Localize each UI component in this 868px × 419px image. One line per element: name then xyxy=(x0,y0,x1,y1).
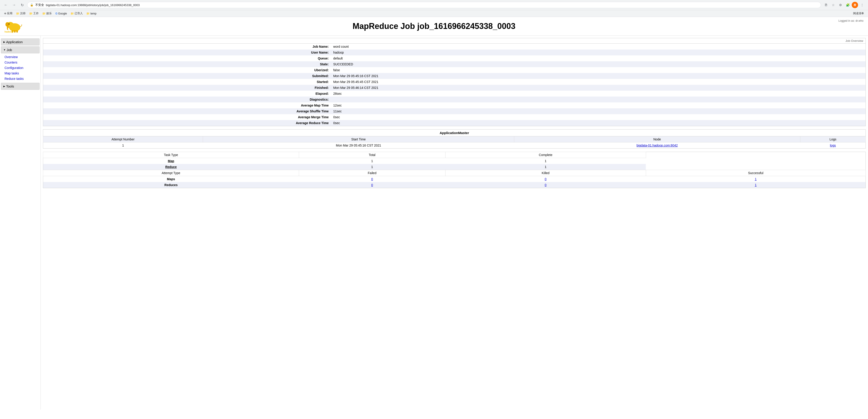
svg-point-2 xyxy=(5,22,9,27)
reader-mode-button[interactable]: 阅读清单 xyxy=(852,11,865,16)
task-type-complete: 1 xyxy=(445,164,646,170)
task-type-row: Map 1 1 xyxy=(43,158,866,164)
overview-label: Finished: xyxy=(43,85,331,91)
am-logs: logs xyxy=(800,143,866,149)
extension-icon[interactable]: ⚙ xyxy=(837,2,844,8)
security-label: 不安全 xyxy=(35,3,44,7)
bookmark-hande[interactable]: 📁 汉得 xyxy=(15,11,27,16)
sidebar-link-counters[interactable]: Counters xyxy=(0,60,40,65)
sidebar-link-reduce-tasks[interactable]: Reduce tasks xyxy=(0,76,40,81)
overview-label: Submitted: xyxy=(43,73,331,79)
task-type-total: 1 xyxy=(299,164,445,170)
successful-link[interactable]: 1 xyxy=(755,177,756,181)
translate-icon[interactable]: 🖹 xyxy=(823,2,829,8)
overview-row: State: SUCCEEDED xyxy=(43,61,866,67)
overview-label: Average Map Time xyxy=(43,102,331,108)
killed-link[interactable]: 0 xyxy=(545,183,547,187)
bookmark-google[interactable]: G Google xyxy=(54,11,68,16)
attempt-killed: 0 xyxy=(445,182,646,188)
overview-section-label: Job Overview xyxy=(43,38,866,43)
forward-button[interactable]: → xyxy=(11,2,17,8)
overview-value: 0sec xyxy=(331,120,866,126)
overview-row: Submitted: Mon Mar 29 05:45:16 CST 2021 xyxy=(43,73,866,79)
failed-link[interactable]: 0 xyxy=(371,177,373,181)
folder-icon-ent: 📁 xyxy=(42,12,46,15)
overview-value: 28sec xyxy=(331,91,866,96)
sidebar: ▶ Application ▼ Job Overview Counters Co… xyxy=(0,36,41,410)
successful-link[interactable]: 1 xyxy=(755,183,756,187)
overview-value: SUCCEEDED xyxy=(331,61,866,67)
overview-label: User Name: xyxy=(43,50,331,55)
overview-label: Elapsed: xyxy=(43,91,331,96)
bookmark-work[interactable]: 📁 工作 xyxy=(28,11,40,16)
overview-label: Diagnostics: xyxy=(43,96,331,102)
overview-label: Job Name: xyxy=(43,43,331,50)
am-node: bigdata-01.hadoop.com:8042 xyxy=(514,143,800,149)
am-logs-link[interactable]: logs xyxy=(830,144,836,147)
task-col-complete: Complete xyxy=(445,152,646,158)
reload-button[interactable]: ↻ xyxy=(19,2,25,8)
folder-icon-work: 📁 xyxy=(29,12,33,15)
attempt-col-failed: Failed xyxy=(299,170,445,176)
overview-label: State: xyxy=(43,61,331,67)
overview-value: 0sec xyxy=(331,114,866,120)
sidebar-section-application: ▶ Application xyxy=(0,38,40,46)
tools-arrow: ▶ xyxy=(3,85,5,88)
sidebar-link-map-tasks[interactable]: Map tasks xyxy=(0,70,40,76)
am-section-label: ApplicationMaster xyxy=(43,129,866,136)
job-links: Overview Counters Configuration Map task… xyxy=(0,54,40,82)
overview-row: Average Shuffle Time 11sec xyxy=(43,108,866,114)
browser-toolbar: ← → ↻ 🔓 不安全 bigdata-01.hadoop.com:19888/… xyxy=(0,0,868,10)
avatar[interactable]: 发 xyxy=(852,2,858,8)
am-col-start: Start Time xyxy=(203,136,514,143)
task-col-type: Task Type xyxy=(43,152,299,158)
overview-label: Average Shuffle Time xyxy=(43,108,331,114)
attempt-killed: 0 xyxy=(445,176,646,182)
browser-right-icons: 🖹 ☆ ⚙ 🧩 发 ⋮ xyxy=(823,2,865,8)
attempt-row: Maps 0 0 1 xyxy=(43,176,866,182)
overview-value: word count xyxy=(331,43,866,50)
puzzle-icon[interactable]: 🧩 xyxy=(844,2,851,8)
killed-link[interactable]: 0 xyxy=(545,177,547,181)
content-area: Job Overview Job Name: word count User N… xyxy=(41,36,868,410)
bookmark-entertainment[interactable]: 📁 娱乐 xyxy=(41,11,53,16)
browser-chrome: ← → ↻ 🔓 不安全 bigdata-01.hadoop.com:19888/… xyxy=(0,0,868,17)
svg-rect-5 xyxy=(14,30,16,33)
overview-row: User Name: hadoop xyxy=(43,50,866,55)
bookmark-temp[interactable]: 📁 temp xyxy=(85,11,98,16)
page-header: hadoop MapReduce Job job_1616966245338_0… xyxy=(0,17,868,36)
sidebar-section-job: ▼ Job Overview Counters Configuration Ma… xyxy=(0,47,40,82)
job-section-header[interactable]: ▼ Job xyxy=(1,47,39,53)
application-section-header[interactable]: ▶ Application xyxy=(1,38,39,46)
overview-value: 12sec xyxy=(331,102,866,108)
back-button[interactable]: ← xyxy=(3,2,9,8)
overview-value: hadoop xyxy=(331,50,866,55)
menu-icon[interactable]: ⋮ xyxy=(859,2,865,8)
am-node-link[interactable]: bigdata-01.hadoop.com:8042 xyxy=(637,144,678,147)
hadoop-elephant-svg: hadoop xyxy=(4,20,23,33)
task-type-label: Reduce xyxy=(43,164,299,170)
overview-label: Uberized: xyxy=(43,67,331,73)
overview-label: Started: xyxy=(43,79,331,85)
am-start-time: Mon Mar 29 05:45:16 CST 2021 xyxy=(203,143,514,149)
overview-value: 11sec xyxy=(331,108,866,114)
page-title: MapReduce Job job_1616966245338_0003 xyxy=(352,22,515,31)
hadoop-logo: hadoop xyxy=(4,20,23,33)
sidebar-link-overview[interactable]: Overview xyxy=(0,54,40,60)
overview-value: Mon Mar 29 05:45:45 CST 2021 xyxy=(331,79,866,85)
bookmark-imported[interactable]: 📁 已导入 xyxy=(69,11,84,16)
failed-link[interactable]: 0 xyxy=(371,183,373,187)
bookmark-apps[interactable]: ⁜ 应用 xyxy=(3,11,14,16)
address-bar[interactable]: 🔓 不安全 bigdata-01.hadoop.com:19888/jobhis… xyxy=(27,2,821,8)
bookmark-icon[interactable]: ☆ xyxy=(830,2,836,8)
url-text: bigdata-01.hadoop.com:19888/jobhistory/j… xyxy=(46,3,818,7)
main-layout: ▶ Application ▼ Job Overview Counters Co… xyxy=(0,36,868,410)
am-row: 1 Mon Mar 29 05:45:16 CST 2021 bigdata-0… xyxy=(43,143,866,149)
sidebar-link-configuration[interactable]: Configuration xyxy=(0,65,40,70)
tools-section-header[interactable]: ▶ Tools xyxy=(1,83,39,90)
am-col-logs: Logs xyxy=(800,136,866,143)
tools-label: Tools xyxy=(6,84,14,88)
attempt-successful: 1 xyxy=(646,176,866,182)
attempt-successful: 1 xyxy=(646,182,866,188)
sidebar-section-tools: ▶ Tools xyxy=(0,83,40,90)
